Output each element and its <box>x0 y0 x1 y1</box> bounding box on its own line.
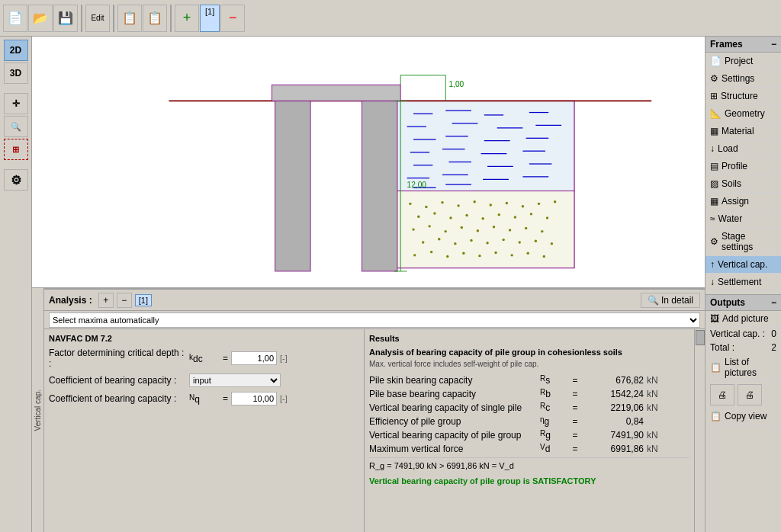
list-pictures-button[interactable]: 📋 List of pictures <box>705 354 781 381</box>
frame-item-project[interactable]: 📄 Project <box>705 53 781 70</box>
results-subtitle: Max. vertical force includes self-weight… <box>369 360 689 368</box>
results-title: Analysis of bearing capacity of pile gro… <box>369 348 689 357</box>
frame-item-profile[interactable]: ▤ Profile <box>705 158 781 175</box>
frame-item-load[interactable]: ↓ Load <box>705 140 781 158</box>
settlement-icon: ↓ <box>710 277 715 287</box>
group-sub: Rg <box>540 429 552 441</box>
svg-point-58 <box>422 241 424 243</box>
results-scrollbar[interactable] <box>694 329 705 532</box>
coeff-bearing-row: Coefficient of bearing capacity : input <box>49 373 359 387</box>
in-detail-icon: 🔍 <box>648 295 659 306</box>
dim-top: 1,00 <box>448 80 464 88</box>
print-pdf-button[interactable]: 🖨 <box>738 384 762 405</box>
project-label: Project <box>725 56 753 66</box>
svg-point-68 <box>430 251 432 253</box>
svg-point-72 <box>494 252 497 254</box>
geometry-label: Geometry <box>725 108 765 119</box>
svg-point-56 <box>525 227 527 229</box>
group-val: 7491,90 <box>598 430 644 441</box>
analysis-stage-badge[interactable]: [1] <box>135 294 152 306</box>
single-label: Vertical bearing capacity of single pile <box>369 402 537 413</box>
frame-item-material[interactable]: ▦ Material <box>705 123 781 140</box>
copy-view-button[interactable]: 📋 Copy view <box>705 409 781 425</box>
settings-button[interactable]: ⚙ <box>4 169 28 191</box>
copy-button[interactable]: 📋 <box>117 5 142 32</box>
analysis-add-button[interactable]: + <box>98 293 114 308</box>
zoom-tool-button[interactable]: 🔍 <box>4 116 28 137</box>
frame-item-settlement[interactable]: ↓ Settlement <box>705 274 781 291</box>
frame-item-geometry[interactable]: 📐 Geometry <box>705 105 781 123</box>
svg-point-69 <box>446 255 448 258</box>
skin-eq: = <box>552 375 598 386</box>
canvas-area[interactable]: 1,00 12,00 <box>32 37 705 288</box>
print-button[interactable]: 🖨 <box>710 384 734 405</box>
svg-point-40 <box>417 216 419 218</box>
add-picture-label: Add picture <box>722 313 769 324</box>
svg-point-45 <box>498 213 500 216</box>
extent-tool-button[interactable]: ⊞ <box>4 139 28 160</box>
result-base-row: Pile base bearing capacity Rb = 1542,24 … <box>369 388 689 399</box>
stage-badge[interactable]: [1] <box>200 5 220 32</box>
analysis-remove-button[interactable]: − <box>117 293 132 308</box>
view-3d-button[interactable]: 3D <box>4 62 28 84</box>
in-detail-label: In detail <box>661 295 693 306</box>
svg-rect-29 <box>394 191 574 268</box>
paste-button[interactable]: 📋 <box>143 5 167 32</box>
view-2d-button[interactable]: 2D <box>4 40 28 61</box>
single-eq: = <box>552 402 598 413</box>
save-button[interactable]: 💾 <box>53 5 78 32</box>
base-unit: kN <box>647 389 667 399</box>
assign-label: Assign <box>722 196 749 207</box>
svg-point-66 <box>551 242 553 245</box>
svg-point-48 <box>546 216 548 219</box>
total-count-label: Total : <box>710 342 734 353</box>
factor-depth-label: Factor determining critical depth : : <box>49 348 186 369</box>
vertical-cap-count-value: 0 <box>771 328 776 339</box>
results-header: Results <box>369 334 689 343</box>
svg-point-70 <box>462 252 464 255</box>
move-tool-button[interactable]: ✛ <box>4 93 28 114</box>
new-button[interactable]: 📄 <box>3 5 27 32</box>
efficiency-val: 0,84 <box>598 416 644 427</box>
edit-button[interactable]: Edit <box>85 5 110 32</box>
maxforce-unit: kN <box>647 444 667 454</box>
frames-minimize-btn[interactable]: − <box>771 39 776 50</box>
coeff-bearing-select[interactable]: input <box>189 373 281 387</box>
stage-remove-button[interactable]: − <box>220 5 245 32</box>
svg-point-75 <box>543 255 545 258</box>
dim-side: 12,00 <box>407 181 427 189</box>
add-picture-button[interactable]: 🖼 Add picture <box>705 311 781 327</box>
svg-point-44 <box>481 217 484 220</box>
open-button[interactable]: 📂 <box>28 5 53 32</box>
svg-rect-79 <box>362 101 397 271</box>
svg-point-57 <box>541 230 543 232</box>
frame-item-water[interactable]: ≈ Water <box>705 210 781 228</box>
file-buttons: 📄 📂 💾 <box>3 5 78 32</box>
frame-item-assign[interactable]: ▦ Assign <box>705 193 781 210</box>
select-maxima-dropdown[interactable]: Select maxima automatically <box>49 312 700 328</box>
frame-item-structure[interactable]: ⊞ Structure <box>705 88 781 105</box>
frame-item-soils[interactable]: ▨ Soils <box>705 175 781 193</box>
total-count-value: 2 <box>771 342 776 353</box>
profile-label: Profile <box>722 161 747 171</box>
structure-icon: ⊞ <box>710 91 718 101</box>
skin-label: Pile skin bearing capacity <box>369 375 537 386</box>
frames-header: Frames − <box>705 37 781 53</box>
single-val: 2219,06 <box>598 402 644 413</box>
coeff-nq-row: Coefficient of bearing capacity : Nq = [… <box>49 392 359 405</box>
coeff-nq-unit: [-] <box>280 394 288 403</box>
vertical-cap-icon: ↑ <box>710 259 715 270</box>
frame-item-vertical-cap[interactable]: ↑ Vertical cap. <box>705 256 781 274</box>
svg-point-37 <box>522 205 524 207</box>
coeff-nq-input[interactable] <box>231 392 277 405</box>
stage-add-button[interactable]: + <box>175 5 199 32</box>
frame-item-settings[interactable]: ⚙ Settings <box>705 70 781 88</box>
vertical-label: Vertical cap. <box>32 288 44 532</box>
in-detail-button[interactable]: 🔍 In detail <box>641 293 700 308</box>
geometry-icon: 📐 <box>710 108 722 119</box>
frame-item-stage-settings[interactable]: ⚙ Stage settings <box>705 228 781 256</box>
factor-depth-sub: kdc <box>189 353 220 364</box>
navfac-header: NAVFAC DM 7.2 <box>49 334 359 343</box>
factor-depth-input[interactable] <box>231 351 277 365</box>
outputs-minimize-btn[interactable]: − <box>771 297 776 308</box>
